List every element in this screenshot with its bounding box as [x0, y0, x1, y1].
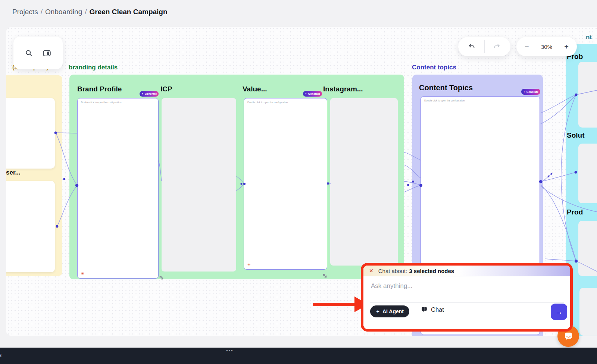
canvas-toolbar [13, 37, 63, 69]
send-button[interactable]: → [551, 304, 567, 320]
breadcrumb: Projects/Onboarding/Green Clean Campaign [12, 8, 168, 16]
history-controls [458, 37, 510, 56]
zoom-level: 30% [541, 44, 552, 50]
breadcrumb-separator: / [41, 8, 43, 16]
generate-button-content-topics[interactable]: ✦Generate [521, 89, 540, 95]
chat-about-label: Chat about: [378, 268, 407, 274]
node-card-value[interactable]: Double click to open the configuration ✳ [244, 98, 327, 270]
search-icon[interactable] [25, 49, 33, 57]
divider [370, 302, 564, 303]
chat-panel: ✕ Chat about: 3 selected nodes ✦ AI Agen… [363, 266, 570, 329]
close-icon[interactable]: ✕ [369, 268, 373, 274]
resize-handle[interactable] [322, 273, 328, 279]
group-label-right-fragment: nt [586, 34, 592, 41]
card-title-content-topics: Content Topics [419, 84, 473, 92]
card-hint: Double click to open the configuration [247, 101, 288, 104]
sparkle-icon: ✦ [141, 92, 144, 95]
sparkle-icon: ✦ [523, 91, 525, 93]
page: Projects/Onboarding/Green Clean Campaign… [0, 0, 597, 364]
zoom-control: − 30% + [516, 37, 577, 56]
intercom-chat-icon [563, 331, 573, 341]
node-card-right-2[interactable] [578, 144, 597, 203]
node-card-right-4[interactable] [579, 288, 597, 336]
chat-input[interactable] [370, 282, 532, 290]
zoom-out-button[interactable]: − [525, 43, 529, 51]
breadcrumb-current: Green Clean Campaign [90, 8, 168, 16]
taskbar: s ••• [0, 348, 597, 364]
chat-panel-header: ✕ Chat about: 3 selected nodes [363, 266, 570, 276]
input-node-2[interactable] [6, 181, 55, 272]
sparkle-icon: ✦ [305, 92, 307, 95]
zoom-in-button[interactable]: + [564, 43, 569, 51]
node-card-icp[interactable] [162, 98, 236, 272]
breadcrumb-onboarding[interactable]: Onboarding [45, 8, 82, 16]
sidebar-panel-icon[interactable] [43, 49, 51, 57]
card-title-icp: ICP [160, 85, 172, 93]
node-card-brand-profile[interactable]: Double click to open the configuration ✳ [77, 98, 159, 279]
breadcrumb-separator: / [85, 8, 87, 16]
resize-handle[interactable] [158, 274, 165, 281]
undo-icon[interactable] [460, 37, 484, 56]
sparkle-icon: ✦ [376, 309, 380, 314]
chat-bubbles-icon [421, 307, 428, 313]
taskbar-text-fragment: s [0, 352, 1, 358]
node-card-right-1[interactable] [578, 62, 597, 128]
taskbar-overflow-dots[interactable]: ••• [226, 348, 234, 354]
ai-agent-mode-button[interactable]: ✦ AI Agent [370, 305, 409, 317]
annotation-arrow-shaft [313, 303, 355, 306]
card-title-right-prod: Prod [567, 208, 583, 216]
card-title-value: Value... [243, 85, 267, 93]
card-hint: Double click to open the configuration [81, 101, 121, 104]
generate-button-value[interactable]: ✦Generate [303, 91, 322, 97]
input-mid-label: ser... [6, 169, 21, 176]
node-card-right-3[interactable] [578, 221, 597, 276]
node-card-instagram[interactable] [330, 98, 398, 266]
generate-button-brand-profile[interactable]: ✦Generate [140, 91, 159, 97]
redo-icon[interactable] [485, 37, 509, 56]
required-marker-icon: ✳ [81, 272, 84, 276]
card-title-instagram: Instagram... [323, 85, 363, 93]
input-node-1[interactable] [6, 98, 55, 169]
card-hint: Double click to open the configuration [424, 99, 465, 102]
breadcrumb-projects[interactable]: Projects [12, 8, 38, 16]
card-title-brand-profile: Brand Profile [77, 85, 122, 93]
group-label-content-topics: Content topics [412, 64, 456, 71]
chat-mode-button[interactable]: Chat [421, 306, 444, 313]
card-title-right-solut: Solut [567, 131, 585, 139]
arrow-right-icon: → [555, 308, 563, 316]
required-marker-icon: ✳ [247, 263, 250, 267]
chat-annotation-box: ✕ Chat about: 3 selected nodes ✦ AI Agen… [361, 263, 573, 332]
chat-selection-count: 3 selected nodes [409, 268, 454, 274]
group-label-branding-details: branding details [69, 64, 118, 71]
